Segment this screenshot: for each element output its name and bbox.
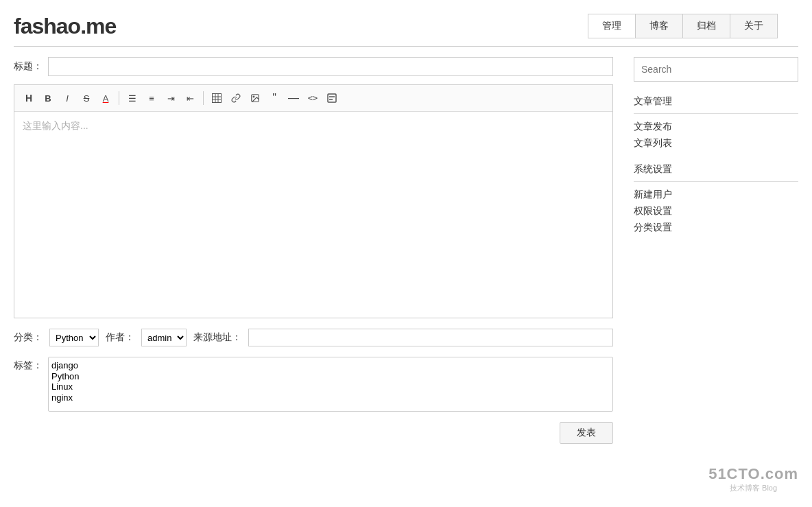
submit-button[interactable]: 发表 — [560, 422, 613, 444]
toolbar-outdent[interactable]: ⇤ — [181, 89, 199, 107]
sidebar-link-permissions[interactable]: 权限设置 — [634, 205, 798, 217]
sidebar-section-articles: 文章管理 文章发布 文章列表 — [634, 95, 798, 150]
sidebar-link-list[interactable]: 文章列表 — [634, 137, 798, 150]
nav-item-about[interactable]: 关于 — [730, 14, 777, 38]
editor-placeholder: 这里输入内容... — [23, 120, 88, 131]
sidebar-section-title-system: 系统设置 — [634, 163, 798, 182]
tags-label: 标签： — [14, 357, 43, 372]
category-select[interactable]: Python Django Linux — [49, 329, 99, 346]
submit-row: 发表 — [14, 422, 613, 444]
toolbar-link[interactable] — [227, 89, 245, 107]
title-input[interactable] — [48, 57, 613, 76]
title-label: 标题： — [14, 60, 43, 73]
toolbar-table[interactable] — [208, 89, 226, 107]
toolbar-sep-2 — [203, 91, 204, 105]
toolbar-bold[interactable]: B — [39, 89, 57, 107]
sidebar-link-new-user[interactable]: 新建用户 — [634, 189, 798, 201]
sidebar-section-title-articles: 文章管理 — [634, 95, 798, 114]
tags-row: 标签： django Python Linux nginx — [14, 357, 613, 412]
sidebar-link-categories[interactable]: 分类设置 — [634, 222, 798, 234]
author-select[interactable]: admin — [141, 329, 187, 346]
editor-toolbar: H B I S A ☰ ≡ ⇥ ⇤ — [14, 85, 612, 112]
toolbar-more[interactable] — [323, 89, 341, 107]
main-content: 标题： H B I S A ☰ — [14, 57, 613, 444]
toolbar-image[interactable] — [246, 89, 264, 107]
toolbar-indent[interactable]: ⇥ — [162, 89, 180, 107]
tags-select[interactable]: django Python Linux nginx — [48, 357, 613, 412]
sidebar-section-system: 系统设置 新建用户 权限设置 分类设置 — [634, 163, 798, 234]
search-input[interactable] — [634, 57, 798, 82]
site-title: fashao.me — [14, 14, 116, 38]
toolbar-strikethrough[interactable]: S — [77, 89, 95, 107]
toolbar-code[interactable]: <> — [304, 89, 322, 107]
category-label: 分类： — [14, 331, 43, 344]
sidebar: 文章管理 文章发布 文章列表 系统设置 新建用户 权限设置 分类设置 — [634, 57, 798, 444]
svg-rect-7 — [328, 94, 336, 102]
source-label: 来源地址： — [193, 331, 241, 344]
toolbar-font-color[interactable]: A — [97, 89, 115, 107]
title-row: 标题： — [14, 57, 613, 76]
tag-linux: Linux — [51, 381, 610, 392]
nav-item-blog[interactable]: 博客 — [636, 14, 683, 38]
sidebar-link-publish[interactable]: 文章发布 — [634, 121, 798, 133]
toolbar-unordered-list[interactable]: ≡ — [143, 89, 160, 107]
svg-point-6 — [253, 96, 254, 97]
toolbar-ordered-list[interactable]: ☰ — [123, 89, 141, 107]
top-nav: 管理 博客 归档 关于 — [588, 14, 778, 38]
tag-nginx: nginx — [51, 392, 610, 403]
toolbar-italic[interactable]: I — [58, 89, 76, 107]
editor-container: H B I S A ☰ ≡ ⇥ ⇤ — [14, 84, 613, 318]
tag-django: django — [51, 360, 610, 371]
toolbar-quote[interactable]: " — [265, 89, 283, 107]
toolbar-sep-1 — [119, 91, 119, 105]
svg-rect-0 — [213, 94, 222, 103]
nav-item-archive[interactable]: 归档 — [683, 14, 730, 38]
toolbar-heading[interactable]: H — [20, 89, 38, 107]
toolbar-hr[interactable]: — — [285, 89, 302, 107]
editor-body[interactable]: 这里输入内容... — [14, 112, 612, 318]
nav-item-manage[interactable]: 管理 — [588, 14, 636, 38]
tag-python: Python — [51, 371, 610, 382]
meta-row: 分类： Python Django Linux 作者： admin 来源地址： — [14, 329, 613, 346]
author-label: 作者： — [106, 331, 134, 344]
source-input[interactable] — [248, 329, 613, 346]
